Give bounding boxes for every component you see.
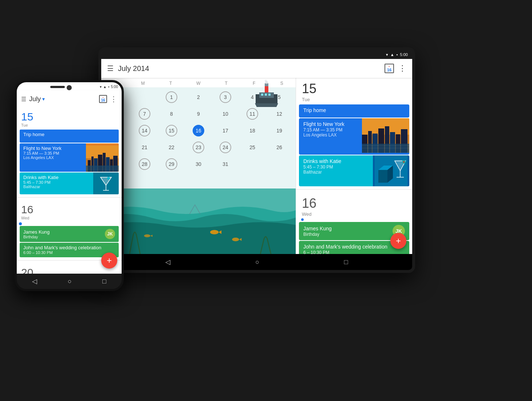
table-row [131, 89, 158, 106]
cal-day-3[interactable]: 3 [220, 91, 231, 103]
cal-day-24[interactable]: 24 [220, 142, 231, 153]
table-row[interactable]: 25 [239, 139, 266, 156]
phone-time: 5:00 [111, 85, 118, 89]
cal-day-empty [139, 91, 150, 103]
table-row[interactable]: 17 [212, 122, 239, 139]
cal-day-16-today[interactable]: 16 [193, 125, 204, 136]
table-row[interactable]: 26 [266, 139, 293, 156]
phone-agenda: 15 Tue Trip home Flight to New York 7:15… [17, 108, 122, 274]
table-row[interactable]: 19 [266, 122, 293, 139]
phone-toolbar: ☰ July ▾ ▪ 16 ⋮ [17, 90, 122, 108]
tablet-cal-header-m: M [129, 81, 157, 86]
wifi-icon: ▾ [100, 85, 102, 89]
tablet-toolbar: ☰ July 2014 ▪ 16 ⋮ [101, 59, 412, 78]
cal-day-28[interactable]: 28 [139, 158, 150, 170]
tablet-fab[interactable]: + [390, 233, 406, 249]
tablet-recents-btn[interactable]: □ [344, 258, 348, 266]
phone-james-text: James Kung Birthday [23, 229, 50, 239]
svg-rect-26 [261, 94, 263, 96]
cal-day-8[interactable]: 8 [166, 108, 177, 120]
cal-day-1[interactable]: 1 [166, 91, 177, 103]
cal-day-14[interactable]: 14 [139, 125, 150, 136]
tablet-date-16-header: 16 Wed [296, 192, 412, 218]
table-row[interactable]: 18 [239, 122, 266, 139]
calendar-icon[interactable]: ▪ 16 [99, 95, 107, 103]
table-row[interactable]: 1 [158, 89, 185, 106]
table-row[interactable]: 16 [185, 122, 212, 139]
svg-rect-45 [378, 170, 387, 183]
tablet-agenda-panel: 15 Tue Trip home Flight to New York 7:15… [296, 78, 412, 254]
table-row[interactable]: 30 [185, 156, 212, 172]
hamburger-icon[interactable]: ☰ [21, 96, 26, 103]
table-row[interactable]: 10 [212, 106, 239, 122]
phone-event-trip-home[interactable]: Trip home [20, 130, 119, 143]
phone-back-btn[interactable]: ◁ [32, 277, 37, 285]
tablet-date-15-day: Tue [302, 97, 316, 102]
cal-day-25[interactable]: 25 [247, 142, 258, 153]
phone-fab[interactable]: + [101, 253, 117, 269]
table-row[interactable]: 29 [158, 156, 185, 172]
tablet-flight-image [362, 118, 409, 155]
signal-icon: ▲ [103, 85, 107, 89]
cal-day-30[interactable]: 30 [193, 158, 204, 170]
table-row[interactable]: 14 [131, 122, 158, 139]
cal-day-15[interactable]: 15 [166, 125, 177, 136]
table-row[interactable]: 9 [185, 106, 212, 122]
table-row[interactable]: 24 [212, 139, 239, 156]
tablet-event-trip-home[interactable]: Trip home [299, 104, 409, 118]
table-row[interactable]: 3 [212, 89, 239, 106]
phone-home-btn[interactable]: ○ [68, 278, 72, 285]
tablet-hamburger-icon[interactable]: ☰ [107, 64, 114, 73]
phone-event-james-kung[interactable]: James Kung Birthday JK [20, 226, 119, 242]
table-row[interactable]: 8 [158, 106, 185, 122]
tablet-more-options-icon[interactable]: ⋮ [398, 64, 406, 73]
tablet-dot-16 [301, 218, 304, 221]
cal-day-31[interactable]: 31 [220, 158, 231, 170]
cal-day-22[interactable]: 22 [166, 142, 177, 153]
more-options-icon[interactable]: ⋮ [110, 95, 117, 103]
battery-icon: ▪ [108, 85, 110, 89]
phone-day-15-group: 15 Tue Trip home Flight to New York 7:15… [17, 108, 122, 194]
cal-day-26[interactable]: 26 [273, 142, 285, 153]
cal-day-7[interactable]: 7 [139, 108, 150, 120]
table-row[interactable]: 7 [131, 106, 158, 122]
cal-day-19[interactable]: 19 [273, 125, 285, 136]
cal-day-21[interactable]: 21 [139, 142, 150, 153]
phone-nav-bar: ◁ ○ □ [17, 274, 122, 289]
cal-day-2[interactable]: 2 [193, 91, 204, 103]
tablet-main: S M T W T F S 1 2 3 4 5 [101, 78, 412, 254]
table-row[interactable]: 23 [185, 139, 212, 156]
phone-recents-btn[interactable]: □ [102, 278, 106, 285]
cal-day-18[interactable]: 18 [247, 125, 258, 136]
phone-event-drinks[interactable]: Drinks with Katie 5:45 – 7:30 PM Balthaz… [20, 172, 119, 194]
table-row [266, 156, 293, 172]
phone-drinks-image [93, 172, 119, 194]
dropdown-arrow-icon[interactable]: ▾ [42, 96, 45, 102]
cal-day-23[interactable]: 23 [193, 142, 204, 153]
tablet-signal-icon: ▲ [390, 52, 394, 57]
tablet-home-btn[interactable]: ○ [255, 258, 259, 266]
table-row[interactable]: 22 [158, 139, 185, 156]
svg-point-16 [210, 230, 218, 234]
svg-point-30 [265, 80, 267, 82]
tablet-calendar-icon[interactable]: ▪ 16 [385, 64, 394, 73]
table-row[interactable]: 2 [185, 89, 212, 106]
svg-rect-10 [86, 166, 119, 172]
table-row[interactable]: 21 [131, 139, 158, 156]
phone-date-16-num: 16 [21, 204, 33, 215]
tablet-calendar-section: S M T W T F S 1 2 3 4 5 [101, 78, 296, 254]
svg-point-52 [403, 161, 405, 163]
tablet-back-btn[interactable]: ◁ [165, 258, 170, 266]
table-row[interactable]: 15 [158, 122, 185, 139]
cal-day-9[interactable]: 9 [193, 108, 204, 120]
phone-event-flight-ny[interactable]: Flight to New York 7:15 AM — 3:35 PM Los… [20, 143, 119, 172]
cal-day-10[interactable]: 10 [220, 108, 231, 120]
tablet-event-drinks[interactable]: Drinks with Katie 5:45 – 7:30 PM Balthaz… [299, 155, 409, 186]
table-row[interactable]: 31 [212, 156, 239, 172]
cal-day-29[interactable]: 29 [166, 158, 177, 170]
table-row[interactable]: 28 [131, 156, 158, 172]
svg-rect-28 [268, 94, 271, 96]
tablet-screen: ☰ July 2014 ▪ 16 ⋮ S M T W T F S [101, 59, 412, 254]
cal-day-17[interactable]: 17 [220, 125, 231, 136]
tablet-event-flight-ny[interactable]: Flight to New York 7:15 AM — 3:35 PM Los… [299, 118, 409, 155]
